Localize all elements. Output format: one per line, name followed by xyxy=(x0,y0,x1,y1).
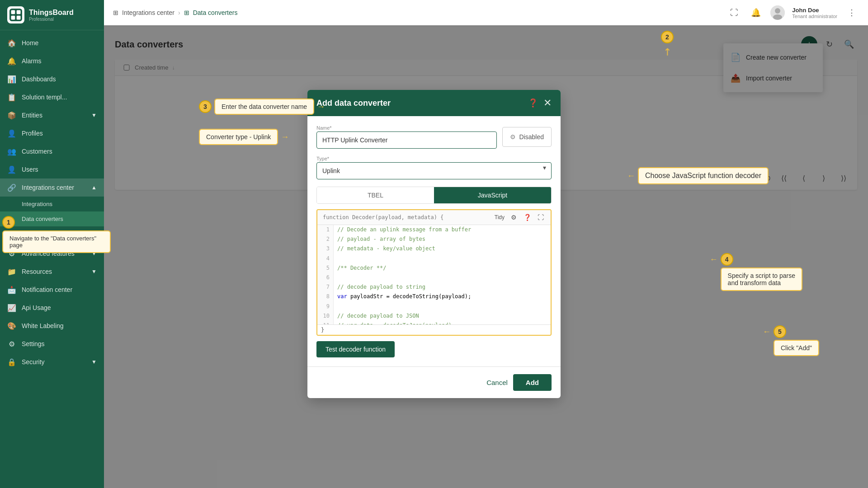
notifications-icon[interactable]: 🔔 xyxy=(749,5,763,20)
modal-header: Add data converter ❓ ✕ xyxy=(307,90,561,116)
cancel-button[interactable]: Cancel xyxy=(486,379,508,386)
step4-arrow: ← xyxy=(710,255,718,264)
sidebar-item-users[interactable]: 👤 Users xyxy=(0,160,104,178)
sidebar-item-settings[interactable]: ⚙ Settings xyxy=(0,335,104,353)
home-icon: 🏠 xyxy=(7,38,16,47)
svg-rect-3 xyxy=(11,16,15,20)
choose-js-tooltip: Choose JavaScript function decoder xyxy=(638,167,769,184)
editor-fullscreen-icon[interactable]: ⛶ xyxy=(536,213,545,222)
sidebar-label-users: Users xyxy=(22,166,97,173)
code-line-11: 11// var data = decodeToJson(payload); xyxy=(317,321,551,324)
sidebar-item-security[interactable]: 🔒 Security ▼ xyxy=(0,353,104,371)
resources-icon: 📁 xyxy=(7,267,16,276)
tab-javascript[interactable]: JavaScript xyxy=(434,187,551,203)
test-decoder-button[interactable]: Test decoder function xyxy=(316,341,395,357)
editor-settings-icon[interactable]: ⚙ xyxy=(509,213,518,222)
sidebar-item-notification-center[interactable]: 📩 Notification center xyxy=(0,281,104,299)
code-line-6: 6 xyxy=(317,273,551,282)
breadcrumb-current: Data converters xyxy=(193,9,238,16)
notification-center-icon: 📩 xyxy=(7,285,16,294)
integrations-sub-label: Integrations xyxy=(22,201,52,207)
sidebar-label-white-labeling: White Labeling xyxy=(22,322,97,329)
code-body[interactable]: 1// Decode an uplink message from a buff… xyxy=(317,225,551,324)
type-select-wrap: Type* Uplink Downlink ▾ xyxy=(316,156,552,179)
sidebar-item-api-usage[interactable]: 📈 Api Usage xyxy=(0,299,104,317)
user-avatar xyxy=(770,5,785,20)
security-icon: 🔒 xyxy=(7,357,16,366)
app-name: ThingsBoard xyxy=(29,9,74,17)
app-edition: Professional xyxy=(29,17,74,22)
sidebar-label-dashboards: Dashboards xyxy=(22,75,97,83)
sidebar-label-security: Security xyxy=(22,358,86,366)
step4-tooltip: Specify a script to parse and transform … xyxy=(721,267,802,291)
sidebar-item-dashboards[interactable]: 📊 Dashboards xyxy=(0,70,104,88)
code-line-5: 5/** Decoder **/ xyxy=(317,263,551,273)
sidebar-label-entities: Entities xyxy=(22,112,86,119)
sidebar-item-solution[interactable]: 📋 Solution templ... xyxy=(0,88,104,106)
sidebar-label-customers: Customers xyxy=(22,148,97,155)
breadcrumb: ⊞ Integrations center › ⊞ Data converter… xyxy=(113,9,237,16)
step2-badge: 2 xyxy=(661,31,674,43)
status-badge[interactable]: ⚙ Disabled xyxy=(502,127,552,147)
name-input[interactable] xyxy=(316,131,497,149)
sidebar-label-api-usage: Api Usage xyxy=(22,304,97,311)
entities-arrow: ▼ xyxy=(91,112,97,118)
sidebar-item-integrations-center[interactable]: 🔗 Integrations center ▲ xyxy=(0,178,104,197)
modal-body: Name* ⚙ Disabled Type* Uplink Downlink ▾… xyxy=(307,116,561,366)
white-labeling-icon: 🎨 xyxy=(7,321,16,330)
editor-header-label: function Decoder(payload, metadata) { xyxy=(323,214,443,221)
code-line-2: 2// payload - array of bytes xyxy=(317,235,551,244)
code-line-10: 10// decode payload to JSON xyxy=(317,311,551,321)
sidebar-item-resources[interactable]: 📁 Resources ▼ xyxy=(0,263,104,281)
step1-badge: 1 xyxy=(2,216,15,229)
modal-close-button[interactable]: ✕ xyxy=(543,97,552,109)
sidebar-label-profiles: Profiles xyxy=(22,130,97,137)
name-label: Name* xyxy=(316,125,497,131)
integrations-center-icon: 🔗 xyxy=(7,183,16,192)
step5-arrow: ← xyxy=(763,327,771,337)
sidebar-label-integrations-center: Integrations center xyxy=(22,184,86,191)
sidebar-item-alarms[interactable]: 🔔 Alarms xyxy=(0,52,104,70)
security-arrow: ▼ xyxy=(91,359,97,365)
sidebar-item-entities[interactable]: 📦 Entities ▼ xyxy=(0,106,104,124)
code-editor-toolbar: function Decoder(payload, metadata) { Ti… xyxy=(317,210,551,225)
decoder-tab-switcher: TBEL JavaScript xyxy=(316,187,552,204)
code-line-3: 3// metadata - key/value object xyxy=(317,244,551,253)
sidebar-item-white-labeling[interactable]: 🎨 White Labeling xyxy=(0,317,104,335)
breadcrumb-section[interactable]: Integrations center xyxy=(122,9,175,16)
modal-title: Add data converter xyxy=(316,99,391,108)
svg-rect-1 xyxy=(11,10,15,14)
sidebar-label-alarms: Alarms xyxy=(22,57,97,65)
name-row: Name* ⚙ Disabled xyxy=(316,125,552,149)
step3-tooltip: Enter the data converter name xyxy=(214,99,314,115)
add-button[interactable]: Add xyxy=(513,374,552,391)
alarms-icon: 🔔 xyxy=(7,56,16,66)
code-editor: function Decoder(payload, metadata) { Ti… xyxy=(316,209,552,336)
sidebar-item-profiles[interactable]: 👤 Profiles xyxy=(0,124,104,142)
dashboards-icon: 📊 xyxy=(7,75,16,84)
fullscreen-icon[interactable]: ⛶ xyxy=(727,5,741,20)
sidebar-label-settings: Settings xyxy=(22,340,97,347)
sidebar-item-home[interactable]: 🏠 Home xyxy=(0,34,104,52)
code-line-7: 7// decode payload to string xyxy=(317,282,551,292)
modal-help-icon[interactable]: ❓ xyxy=(528,98,538,108)
converter-type-tooltip: Converter type - Uplink xyxy=(199,129,278,145)
editor-footer: } xyxy=(317,324,551,335)
customers-icon: 👥 xyxy=(7,147,16,156)
editor-help-icon[interactable]: ❓ xyxy=(523,213,532,222)
profiles-icon: 👤 xyxy=(7,129,16,138)
integrations-center-arrow: ▲ xyxy=(91,184,97,191)
more-options-icon[interactable]: ⋮ xyxy=(844,5,859,20)
step1-tooltip: Navigate to the "Data converters" page xyxy=(2,230,111,253)
code-line-9: 9 xyxy=(317,302,551,311)
sidebar-item-integrations[interactable]: Integrations xyxy=(0,197,104,211)
add-data-converter-modal: Add data converter ❓ ✕ Name* ⚙ Disabled … xyxy=(307,90,561,398)
tab-tbel[interactable]: TBEL xyxy=(317,187,434,203)
status-label: Disabled xyxy=(519,133,544,141)
breadcrumb-separator: › xyxy=(178,9,180,16)
entities-icon: 📦 xyxy=(7,111,16,120)
sidebar-label-solution: Solution templ... xyxy=(22,94,97,101)
sidebar-item-customers[interactable]: 👥 Customers xyxy=(0,142,104,160)
type-select[interactable]: Uplink Downlink xyxy=(316,162,552,179)
tidy-button[interactable]: Tidy xyxy=(495,214,505,221)
